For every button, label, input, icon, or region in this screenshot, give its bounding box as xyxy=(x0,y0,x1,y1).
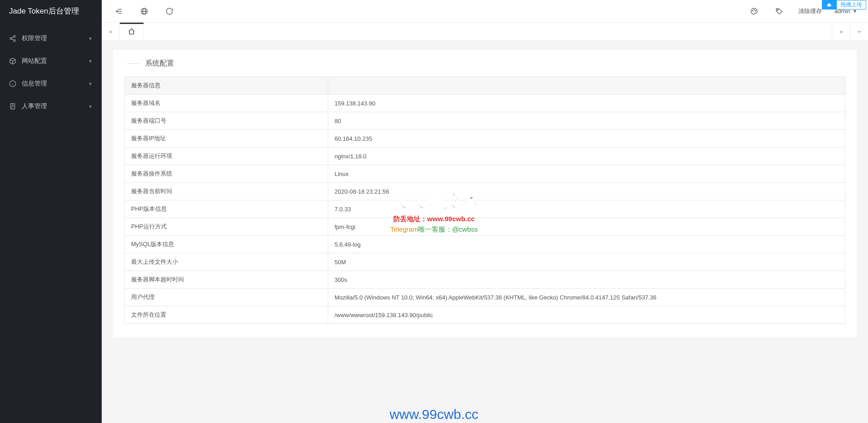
svg-point-21 xyxy=(777,9,778,10)
app-title: Jade Token后台管理 xyxy=(0,0,102,23)
server-info-table: 服务器信息 服务器域名159.138.143.90服务器端口号80服务器IP地址… xyxy=(124,76,845,324)
table-cell-key: 文件所在位置 xyxy=(125,306,328,324)
sidebar: Jade Token后台管理 权限管理 ▼ 网站配置 ▼ 信息管理 ▼ 人事管理… xyxy=(0,0,102,423)
table-cell-value: 50M xyxy=(328,253,845,271)
table-cell-value: /www/wwwroot/159.138.143.90/public xyxy=(328,306,845,324)
table-cell-key: 服务器域名 xyxy=(125,95,328,112)
main-area: 清除缓存 admin▼ « » 系统配置 服务器信息 服务器域名159.138.… xyxy=(102,0,868,423)
chevron-down-icon: ▼ xyxy=(88,104,93,109)
svg-point-1 xyxy=(10,38,12,39)
header-left xyxy=(106,0,741,23)
doc-icon xyxy=(9,103,16,110)
table-cell-key: PHP运行方式 xyxy=(125,218,328,236)
system-config-card: 系统配置 服务器信息 服务器域名159.138.143.90服务器端口号80服务… xyxy=(113,50,857,337)
table-row: 服务器IP地址60.164.10.235 xyxy=(125,130,845,147)
cloud-icon xyxy=(822,0,836,10)
sidebar-item-hr-mgmt[interactable]: 人事管理 ▼ xyxy=(0,95,102,118)
table-row: 服务器脚本超时时间300s xyxy=(125,271,845,289)
table-cell-value: 2020-08-18 23:21:56 xyxy=(328,183,845,200)
tab-home[interactable] xyxy=(120,23,144,40)
table-cell-key: 服务器IP地址 xyxy=(125,130,328,147)
table-row: 用户代理Mozilla/5.0 (Windows NT 10.0; Win64;… xyxy=(125,289,845,306)
refresh-icon[interactable] xyxy=(160,0,179,23)
cube-icon xyxy=(9,57,16,65)
sidebar-item-label: 权限管理 xyxy=(22,34,88,43)
table-cell-key: PHP版本信息 xyxy=(125,200,328,218)
chevron-down-icon: ▼ xyxy=(88,36,93,41)
table-cell-key: 服务器脚本超时时间 xyxy=(125,271,328,289)
svg-point-2 xyxy=(14,40,15,42)
table-row: 最大上传文件大小50M xyxy=(125,253,845,271)
sidebar-item-label: 人事管理 xyxy=(22,102,88,110)
table-cell-value: Mozilla/5.0 (Windows NT 10.0; Win64; x64… xyxy=(328,289,845,306)
share-icon xyxy=(9,35,16,42)
header: 清除缓存 admin▼ xyxy=(102,0,868,23)
table-row: PHP版本信息7.0.33 xyxy=(125,200,845,218)
sidebar-menu: 权限管理 ▼ 网站配置 ▼ 信息管理 ▼ 人事管理 ▼ xyxy=(0,23,102,118)
tab-bar: « » xyxy=(102,23,868,41)
table-row: 服务器运行环境nginx/1.18.0 xyxy=(125,147,845,165)
table-row: 文件所在位置/www/wwwroot/159.138.143.90/public xyxy=(125,306,845,324)
table-row: 服务器当前时间2020-08-18 23:21:56 xyxy=(125,183,845,200)
sidebar-item-site-config[interactable]: 网站配置 ▼ xyxy=(0,50,102,72)
table-cell-value: 159.138.143.90 xyxy=(328,95,845,112)
table-row: MySQL版本信息5.6.49-log xyxy=(125,236,845,253)
content: 系统配置 服务器信息 服务器域名159.138.143.90服务器端口号80服务… xyxy=(102,41,868,347)
tag-icon[interactable] xyxy=(770,0,788,23)
svg-point-0 xyxy=(14,35,15,37)
upload-badge[interactable]: 拖拽上传 xyxy=(822,0,866,10)
table-row: 服务器域名159.138.143.90 xyxy=(125,95,845,112)
svg-point-18 xyxy=(752,10,753,11)
svg-line-3 xyxy=(12,37,14,38)
table-cell-value: 5.6.49-log xyxy=(328,236,845,253)
chevron-down-icon: ▼ xyxy=(88,59,93,64)
table-cell-value: nginx/1.18.0 xyxy=(328,147,845,165)
sidebar-item-permissions[interactable]: 权限管理 ▼ xyxy=(0,27,102,50)
table-cell-key: 服务器运行环境 xyxy=(125,147,328,165)
table-cell-value: 80 xyxy=(328,112,845,130)
sidebar-item-info-mgmt[interactable]: 信息管理 ▼ xyxy=(0,72,102,95)
table-cell-value: 60.164.10.235 xyxy=(328,130,845,147)
table-cell-value: fpm-fcgi xyxy=(328,218,845,236)
tab-scroll-left[interactable]: « xyxy=(102,23,120,40)
palette-icon[interactable] xyxy=(745,0,763,23)
tabs xyxy=(120,23,832,40)
table-cell-key: 服务器端口号 xyxy=(125,112,328,130)
sidebar-item-label: 信息管理 xyxy=(22,80,88,88)
table-cell-key: 最大上传文件大小 xyxy=(125,253,328,271)
table-row: 服务器操作系统Linux xyxy=(125,165,845,183)
table-cell-key: 服务器当前时间 xyxy=(125,183,328,200)
table-cell-value: Linux xyxy=(328,165,845,183)
table-cell-key: MySQL版本信息 xyxy=(125,236,328,253)
table-row: 服务器端口号80 xyxy=(125,112,845,130)
table-row: PHP运行方式fpm-fcgi xyxy=(125,218,845,236)
menu-fold-icon[interactable] xyxy=(110,0,128,23)
tab-scroll-right[interactable]: » xyxy=(832,23,850,40)
svg-line-4 xyxy=(12,39,14,40)
table-cell-value: 7.0.33 xyxy=(328,200,845,218)
globe-icon[interactable] xyxy=(135,0,153,23)
table-cell-key: 服务器操作系统 xyxy=(125,165,328,183)
svg-point-20 xyxy=(755,10,756,11)
home-icon xyxy=(128,28,135,37)
svg-point-19 xyxy=(754,9,755,10)
table-cell-value: 300s xyxy=(328,271,845,289)
tab-more-menu[interactable] xyxy=(850,23,868,40)
svg-point-24 xyxy=(828,3,830,5)
upload-badge-label: 拖拽上传 xyxy=(836,0,866,10)
table-header: 服务器信息 xyxy=(125,77,328,95)
chevron-down-icon: ▼ xyxy=(88,81,93,86)
sidebar-item-label: 网站配置 xyxy=(22,57,88,65)
card-title: 系统配置 xyxy=(124,59,845,68)
table-cell-key: 用户代理 xyxy=(125,289,328,306)
table-header-empty xyxy=(328,77,845,95)
info-icon xyxy=(9,80,16,87)
